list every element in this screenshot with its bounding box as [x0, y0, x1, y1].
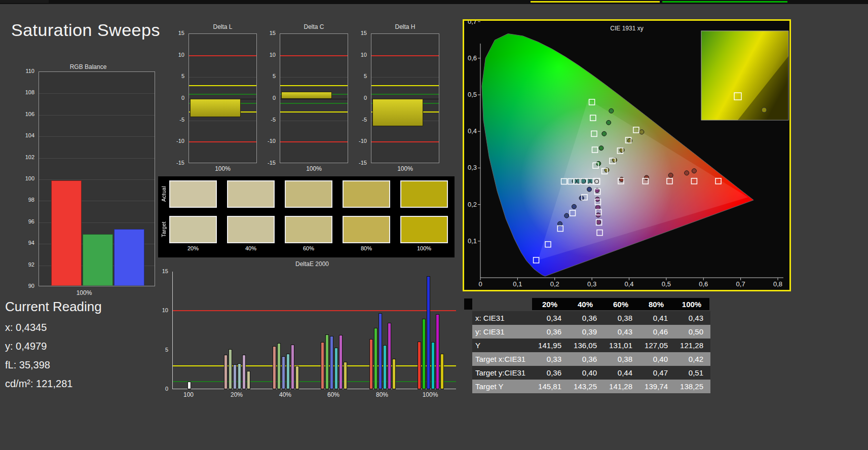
x-tick-label: 0,5	[662, 280, 671, 288]
deltae-bar	[247, 371, 250, 389]
x-axis-group-label: 100%	[415, 391, 445, 398]
y-axis-tick-label: 5	[364, 73, 367, 79]
y-axis-tick-label: 10	[270, 52, 276, 58]
table-cell: 131,01	[603, 339, 638, 352]
rgb-x-axis-label: 100%	[39, 289, 130, 296]
row-label: x: CIE31	[472, 311, 532, 325]
table-cell: 138,25	[674, 380, 709, 393]
deltae-bar	[273, 346, 276, 389]
deltae-2000-chart[interactable]: DeltaE 2000 051015 10020%40%60%80%100%	[160, 259, 464, 406]
cie-measured-point-red	[668, 173, 673, 177]
rgb-balance-title: RGB Balance	[19, 63, 157, 70]
reference-line	[371, 94, 439, 95]
swatch-target-100%	[400, 216, 448, 243]
row-spacer	[464, 352, 472, 366]
deltae-bar	[344, 362, 347, 389]
deltae-bar	[339, 335, 343, 389]
cie-title: CIE 1931 xy	[464, 25, 789, 32]
measurement-results-table[interactable]: 20%40%60%80%100%x: CIE310,340,360,380,41…	[464, 298, 710, 393]
table-cell: 0,51	[674, 366, 709, 380]
row-spacer	[464, 325, 472, 339]
row-content: y: CIE310,360,390,430,460,50	[472, 325, 710, 339]
reference-line	[371, 85, 439, 86]
y-axis-tick-label: 96	[28, 218, 34, 224]
top-toolbar-strip	[0, 0, 868, 4]
rgb-bar-red	[51, 180, 82, 286]
x-tick-label: 0,8	[773, 280, 782, 288]
delta-c-chart[interactable]: Delta C -15-10-5051015 100%	[258, 23, 352, 175]
table-row: Target y:CIE310,360,400,440,470,51	[464, 366, 710, 380]
reference-line	[280, 103, 348, 104]
delta-l-plot	[188, 33, 257, 163]
row-content: Target y:CIE310,360,400,440,470,51	[472, 366, 710, 380]
deltae-bar	[427, 276, 430, 389]
swatch-target-80%	[343, 216, 390, 243]
y-axis-tick-label: -5	[271, 117, 276, 123]
row-content: Y141,95136,05131,01127,05121,28	[472, 339, 710, 352]
gridline	[189, 121, 256, 121]
delta-l-chart[interactable]: Delta L -15-10-5051015 100%	[167, 23, 261, 175]
deltae-x-axis: 10020%40%60%80%100%	[160, 391, 464, 399]
y-axis-tick-label: -5	[179, 117, 184, 123]
page-title: Saturation Sweeps	[11, 20, 160, 40]
row-label: Target x:CIE31	[472, 352, 532, 366]
row-spacer	[464, 380, 472, 393]
table-header-cell: 60%	[603, 298, 638, 310]
table-cell: 0,43	[674, 311, 709, 325]
y-tick-label: 0,2	[468, 201, 477, 208]
row-label: Y	[472, 339, 532, 352]
cie-measured-point-red	[619, 177, 624, 182]
reference-line	[189, 55, 256, 56]
x-tick-label: 0,1	[513, 280, 522, 288]
header-content: 20%40%60%80%100%	[472, 298, 710, 310]
y-axis-tick-label: 100	[25, 175, 34, 181]
delta-bar	[372, 99, 423, 126]
delta-h-chart[interactable]: Delta H -15-10-5051015 100%	[350, 23, 443, 175]
deltae-bar	[325, 334, 329, 389]
delta-c-y-axis: -15-10-5051015	[258, 23, 278, 175]
x-tick-label: 0	[478, 280, 482, 288]
y-axis-tick-label: 15	[270, 30, 276, 36]
table-cell: 0,36	[532, 325, 568, 339]
table-header-cell: 40%	[568, 298, 603, 310]
row-label: Target Y	[472, 380, 532, 393]
delta-h-x-label: 100%	[371, 165, 439, 172]
table-cell: 145,81	[532, 380, 568, 393]
deltae-bar	[233, 364, 237, 389]
gridline	[280, 77, 348, 78]
rgb-bar-blue	[114, 229, 144, 286]
toolbar-yellow-segment	[531, 1, 660, 3]
cie-1931-panel[interactable]: CIE 1931 xy 00,10,20,30,40,50,60,70,80,1…	[463, 19, 791, 291]
table-cell: 0,36	[532, 366, 568, 380]
delta-l-x-label: 100%	[188, 165, 257, 172]
cie-measured-point-red	[685, 171, 689, 175]
swatch-actual-100%	[400, 180, 448, 208]
deltae-bar	[224, 355, 228, 389]
deltae-title: DeltaE 2000	[160, 260, 464, 268]
y-tick-label: 0,5	[468, 91, 477, 98]
table-cell: 0,40	[568, 366, 603, 380]
gridline	[280, 121, 348, 121]
reference-line	[173, 365, 456, 366]
row-spacer	[464, 339, 472, 352]
reference-line	[173, 381, 456, 382]
deltae-bar	[286, 354, 290, 389]
deltae-bar	[422, 319, 426, 389]
y-axis-tick-label: -10	[359, 138, 367, 144]
delta-l-y-axis: -15-10-5051015	[167, 23, 186, 175]
cie-measured-point-cyan	[577, 179, 581, 183]
swatch-actual-80%	[343, 180, 390, 208]
deltae-bar	[277, 343, 281, 389]
delta-h-plot	[371, 33, 439, 163]
cie-measured-point-green	[599, 146, 603, 151]
swatch-col-label: 20%	[169, 245, 217, 251]
color-swatch-panel[interactable]: Actual Target 20%40%60%80%100%	[158, 176, 455, 257]
table-cell: 141,95	[532, 339, 568, 352]
deltae-bar	[418, 342, 421, 389]
table-cell: 0,42	[674, 352, 709, 366]
table-cell: 141,28	[603, 380, 638, 393]
reference-line	[371, 141, 439, 142]
table-cell: 127,05	[638, 339, 674, 352]
rgb-balance-chart[interactable]: RGB Balance 9092949698100102104106108110…	[19, 63, 157, 297]
y-axis-tick-label: 15	[162, 268, 168, 274]
